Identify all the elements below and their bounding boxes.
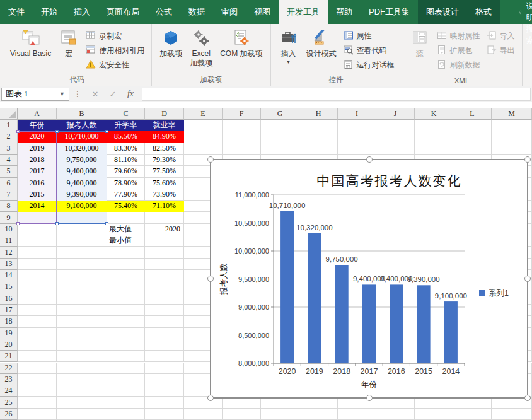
- cell-C16[interactable]: [107, 293, 145, 305]
- cell-C18[interactable]: [107, 316, 145, 327]
- cell-C23[interactable]: [107, 374, 145, 385]
- cell-D9[interactable]: [145, 212, 184, 223]
- chart-resize-handle[interactable]: [207, 276, 214, 282]
- cell-A6[interactable]: 2016: [18, 178, 57, 189]
- cell-B19[interactable]: [57, 328, 107, 339]
- bar-2017[interactable]: [362, 284, 376, 363]
- cell-B20[interactable]: [57, 339, 107, 351]
- ribbon-tab-开始[interactable]: 开始: [33, 0, 66, 24]
- cell-D10[interactable]: 2020: [145, 224, 184, 235]
- ribbon-tab-PDF工具集[interactable]: PDF工具集: [361, 0, 418, 24]
- cell-D14[interactable]: [145, 270, 184, 281]
- row-header-13[interactable]: 13: [0, 259, 18, 270]
- macros-button[interactable]: 宏: [55, 26, 82, 60]
- cell-B14[interactable]: [57, 270, 107, 281]
- cell-D16[interactable]: [145, 293, 184, 305]
- cell-A22[interactable]: [18, 363, 57, 374]
- row-header-25[interactable]: 25: [0, 397, 18, 408]
- row-header-17[interactable]: 17: [0, 305, 18, 316]
- cell-B22[interactable]: [57, 363, 107, 374]
- cell-A26[interactable]: [18, 409, 57, 420]
- cell-C2[interactable]: 85.50%: [107, 131, 145, 143]
- excel-addins-button[interactable]: Excel 加载项: [187, 26, 216, 69]
- row-header-12[interactable]: 12: [0, 247, 18, 258]
- row-header-10[interactable]: 10: [0, 224, 18, 235]
- col-header-G[interactable]: G: [261, 108, 299, 120]
- cell-G1[interactable]: [261, 120, 299, 131]
- macro-security-button[interactable]: 宏安全性: [84, 59, 146, 71]
- com-addins-button[interactable]: COM 加载项: [217, 26, 265, 60]
- col-header-F[interactable]: F: [223, 108, 261, 120]
- chart-object[interactable]: 中国高考报考人数变化8,000,0008,500,0009,000,0009,5…: [210, 159, 528, 399]
- cell-I26[interactable]: [338, 409, 376, 420]
- cell-C8[interactable]: 75.40%: [107, 201, 145, 212]
- chart-resize-handle[interactable]: [366, 156, 373, 163]
- ribbon-tab-帮助[interactable]: 帮助: [328, 0, 361, 24]
- cell-B12[interactable]: [57, 247, 107, 258]
- cell-C17[interactable]: [107, 305, 145, 316]
- cell-D3[interactable]: 82.50%: [145, 143, 184, 155]
- cell-C14[interactable]: [107, 270, 145, 281]
- ribbon-tab-数据[interactable]: 数据: [180, 0, 213, 24]
- record-macro-button[interactable]: 录制宏: [84, 30, 146, 42]
- cell-D1[interactable]: 就业率: [145, 120, 184, 131]
- row-header-8[interactable]: 8: [0, 201, 18, 212]
- cell-B26[interactable]: [57, 409, 107, 420]
- col-header-B[interactable]: B: [57, 108, 107, 120]
- cell-B25[interactable]: [57, 397, 107, 408]
- chart-resize-handle[interactable]: [524, 156, 531, 163]
- col-header-C[interactable]: C: [107, 108, 145, 120]
- cell-B15[interactable]: [57, 281, 107, 293]
- cell-C19[interactable]: [107, 328, 145, 339]
- cell-A5[interactable]: 2017: [18, 166, 57, 177]
- cell-D19[interactable]: [145, 328, 184, 339]
- data-label-2014[interactable]: 9,100,000: [435, 292, 467, 300]
- cell-C25[interactable]: [107, 397, 145, 408]
- cell-C1[interactable]: 升学率: [107, 120, 145, 131]
- row-header-15[interactable]: 15: [0, 281, 18, 293]
- cell-A2[interactable]: 2020: [18, 131, 57, 143]
- cell-A19[interactable]: [18, 328, 57, 339]
- view-code-button[interactable]: 查看代码: [342, 44, 396, 57]
- ribbon-tab-开发工具[interactable]: 开发工具: [279, 0, 328, 24]
- cell-D7[interactable]: 73.90%: [145, 189, 184, 201]
- ribbon-tab-图表设计[interactable]: 图表设计: [418, 0, 467, 24]
- cell-B21[interactable]: [57, 351, 107, 362]
- tell-me-search[interactable]: 操作说明搜索: [512, 0, 532, 24]
- cell-B9[interactable]: [57, 212, 107, 223]
- chart-resize-handle[interactable]: [524, 276, 531, 282]
- cell-G3[interactable]: [261, 143, 299, 155]
- cell-E26[interactable]: [184, 409, 223, 420]
- col-header-E[interactable]: E: [184, 108, 223, 120]
- cell-B24[interactable]: [57, 385, 107, 397]
- bar-2020[interactable]: [280, 211, 294, 363]
- cell-K3[interactable]: [415, 143, 453, 155]
- chart-resize-handle[interactable]: [524, 395, 531, 401]
- cell-F2[interactable]: [223, 131, 261, 143]
- ribbon-tab-文件[interactable]: 文件: [0, 0, 33, 24]
- cell-A16[interactable]: [18, 293, 57, 305]
- design-mode-button[interactable]: 设计模式: [303, 26, 340, 60]
- insert-controls-button[interactable]: 插入▾: [275, 26, 302, 66]
- row-header-20[interactable]: 20: [0, 339, 18, 351]
- cell-D26[interactable]: [145, 409, 184, 420]
- cell-A4[interactable]: 2018: [18, 155, 57, 166]
- cell-D2[interactable]: 84.90%: [145, 131, 184, 143]
- cell-H26[interactable]: [299, 409, 338, 420]
- cell-C26[interactable]: [107, 409, 145, 420]
- cell-C13[interactable]: [107, 259, 145, 270]
- cell-A8[interactable]: 2014: [18, 201, 57, 212]
- cell-C4[interactable]: 81.10%: [107, 155, 145, 166]
- cell-B17[interactable]: [57, 305, 107, 316]
- cell-D18[interactable]: [145, 316, 184, 327]
- col-header-D[interactable]: D: [145, 108, 184, 120]
- cell-M3[interactable]: [492, 143, 532, 155]
- formula-input[interactable]: [142, 88, 531, 101]
- cell-C7[interactable]: 77.90%: [107, 189, 145, 201]
- cell-G26[interactable]: [261, 409, 299, 420]
- cell-A21[interactable]: [18, 351, 57, 362]
- row-header-9[interactable]: 9: [0, 212, 18, 223]
- row-header-22[interactable]: 22: [0, 363, 18, 374]
- cell-F3[interactable]: [223, 143, 261, 155]
- bar-2019[interactable]: [308, 233, 321, 364]
